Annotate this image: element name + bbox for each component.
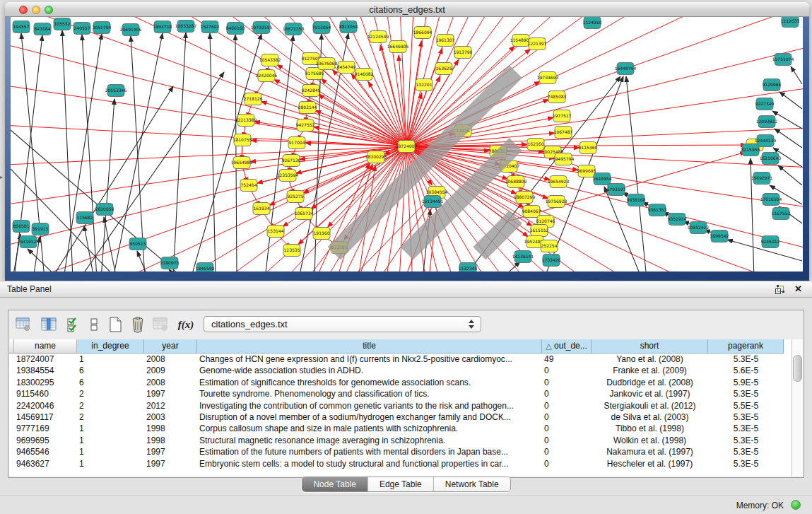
table-row[interactable]: 1938455462009Genome-wide association stu…: [9, 365, 803, 376]
cell-short[interactable]: Hescheler et al. (1997): [592, 458, 708, 469]
delete-table-icon[interactable]: [151, 315, 170, 334]
cell-year[interactable]: 2009: [144, 365, 197, 376]
column-header-pagerank[interactable]: pagerank: [708, 339, 784, 354]
cell-year[interactable]: 1997: [144, 446, 197, 457]
cell-out_degree[interactable]: 0: [542, 411, 592, 423]
cell-out_degree[interactable]: 0: [542, 400, 592, 411]
select-all-checks-icon[interactable]: [64, 315, 82, 334]
cell-title[interactable]: Estimation of significance thresholds fo…: [197, 377, 542, 388]
vertical-scrollbar[interactable]: [792, 339, 803, 477]
column-chooser-icon[interactable]: [40, 315, 58, 334]
cell-in_degree[interactable]: 2: [77, 400, 144, 411]
cell-pagerank[interactable]: 5.3E-5: [708, 411, 784, 423]
cell-name[interactable]: 18300295: [14, 377, 77, 388]
column-header-title[interactable]: title: [197, 339, 542, 354]
cell-out_degree[interactable]: 0: [542, 458, 592, 469]
cell-title[interactable]: Disruption of a novel member of a sodium…: [197, 411, 542, 423]
cell-year[interactable]: 1997: [144, 388, 197, 399]
cell-year[interactable]: 2012: [144, 400, 197, 411]
table-row[interactable]: 1456911722003Disruption of a novel membe…: [9, 411, 803, 423]
cell-out_degree[interactable]: 49: [542, 354, 592, 365]
table-row[interactable]: 946554611997Estimation of the future num…: [9, 446, 803, 457]
cell-title[interactable]: Changes of HCN gene expression and I(f) …: [197, 354, 542, 365]
cell-pagerank[interactable]: 5.9E-5: [708, 377, 784, 388]
cell-title[interactable]: Estimation of the future numbers of pati…: [197, 446, 542, 457]
close-panel-icon[interactable]: ✕: [794, 284, 802, 294]
table-settings-icon[interactable]: [14, 315, 33, 334]
table-row[interactable]: 1830029562008Estimation of significance …: [9, 377, 803, 388]
cell-in_degree[interactable]: 1: [77, 423, 144, 434]
cell-title[interactable]: Genome-wide association studies in ADHD.: [197, 365, 542, 376]
delete-column-icon[interactable]: [129, 315, 147, 334]
cell-title[interactable]: Embryonic stem cells: a model to study s…: [197, 458, 542, 469]
cell-title[interactable]: Tourette syndrome. Phenomenology and cla…: [197, 388, 542, 399]
scrollbar-thumb[interactable]: [793, 355, 802, 382]
column-header-out_degree[interactable]: △ out_de...: [542, 339, 592, 354]
table-row[interactable]: 977716911998Corpus callosum shape and si…: [9, 423, 803, 434]
memory-status-indicator[interactable]: [791, 500, 801, 510]
cell-in_degree[interactable]: 1: [77, 435, 144, 446]
cell-title[interactable]: Structural magnetic resonance image aver…: [197, 435, 542, 446]
cell-year[interactable]: 2003: [144, 411, 197, 423]
cell-short[interactable]: Stergiakouli et al. (2012): [592, 400, 708, 411]
cell-pagerank[interactable]: 5.3E-5: [708, 423, 784, 434]
table-select-dropdown[interactable]: citations_edges.txt: [204, 316, 481, 332]
table-row[interactable]: 946362711997Embryonic stem cells: a mode…: [9, 458, 803, 469]
cell-name[interactable]: 9115460: [14, 388, 77, 399]
cell-in_degree[interactable]: 6: [77, 377, 144, 388]
cell-out_degree[interactable]: 0: [542, 423, 592, 434]
tab-network-table[interactable]: Network Table: [434, 477, 510, 491]
cell-name[interactable]: 18724007: [14, 354, 77, 365]
table-row[interactable]: 969969511998Structural magnetic resonanc…: [9, 435, 803, 446]
cell-pagerank[interactable]: 5.3E-5: [708, 446, 784, 457]
tab-edge-table[interactable]: Edge Table: [368, 477, 434, 491]
table-row[interactable]: 911546021997Tourette syndrome. Phenomeno…: [9, 388, 803, 399]
cell-name[interactable]: 19384554: [14, 365, 77, 376]
cell-name[interactable]: 9465546: [14, 446, 77, 457]
cell-name[interactable]: 22420046: [14, 400, 77, 411]
cell-out_degree[interactable]: 0: [542, 377, 592, 388]
tab-node-table[interactable]: Node Table: [302, 477, 368, 491]
cell-short[interactable]: Yano et al. (2008): [592, 354, 708, 365]
cell-title[interactable]: Investigating the contribution of common…: [197, 400, 542, 411]
cell-short[interactable]: Nakamura et al. (1997): [592, 446, 708, 457]
cell-pagerank[interactable]: 5.3E-5: [708, 435, 784, 446]
cell-year[interactable]: 2008: [144, 354, 197, 365]
cell-name[interactable]: 9699695: [14, 435, 77, 446]
resize-grip-icon[interactable]: [11, 17, 803, 271]
cell-out_degree[interactable]: 0: [542, 365, 592, 376]
clear-checks-icon[interactable]: [85, 315, 103, 334]
cell-out_degree[interactable]: 0: [542, 446, 592, 457]
new-table-icon[interactable]: [106, 315, 124, 334]
table-row[interactable]: 1872400712008Changes of HCN gene express…: [9, 354, 803, 365]
column-header-in_degree[interactable]: in_degree: [77, 339, 144, 354]
cell-name[interactable]: 9463627: [14, 458, 77, 469]
float-panel-icon[interactable]: [775, 285, 785, 295]
cell-in_degree[interactable]: 1: [77, 354, 144, 365]
cell-year[interactable]: 1998: [144, 423, 197, 434]
cell-short[interactable]: Wolkin et al. (1998): [592, 435, 708, 446]
cell-in_degree[interactable]: 6: [77, 365, 144, 376]
cell-name[interactable]: 14569117: [14, 411, 77, 423]
cell-year[interactable]: 1997: [144, 458, 197, 469]
table-row[interactable]: 2242004622012Investigating the contribut…: [9, 400, 803, 411]
cell-in_degree[interactable]: 2: [77, 411, 144, 423]
cell-out_degree[interactable]: 0: [542, 435, 592, 446]
cell-out_degree[interactable]: 0: [542, 388, 592, 399]
cell-year[interactable]: 2008: [144, 377, 197, 388]
network-canvas[interactable]: 1872400718300295193845541054338222420046…: [11, 17, 803, 271]
cell-name[interactable]: 9777169: [14, 423, 77, 434]
panel-collapse-arrow-icon[interactable]: ▸: [0, 174, 3, 180]
cell-pagerank[interactable]: 5.3E-5: [708, 354, 784, 365]
cell-short[interactable]: Franke et al. (2009): [592, 365, 708, 376]
cell-in_degree[interactable]: 2: [77, 388, 144, 399]
cell-title[interactable]: Corpus callosum shape and size in male p…: [197, 423, 542, 434]
cell-short[interactable]: Dudbridge et al. (2008): [592, 377, 708, 388]
cell-pagerank[interactable]: 5.5E-5: [708, 400, 784, 411]
cell-pagerank[interactable]: 5.3E-5: [708, 388, 784, 399]
cell-year[interactable]: 1998: [144, 435, 197, 446]
column-header-name[interactable]: name: [14, 339, 77, 354]
column-header-year[interactable]: year: [144, 339, 197, 354]
function-builder-icon[interactable]: f(x): [177, 315, 195, 334]
cell-in_degree[interactable]: 1: [77, 446, 144, 457]
